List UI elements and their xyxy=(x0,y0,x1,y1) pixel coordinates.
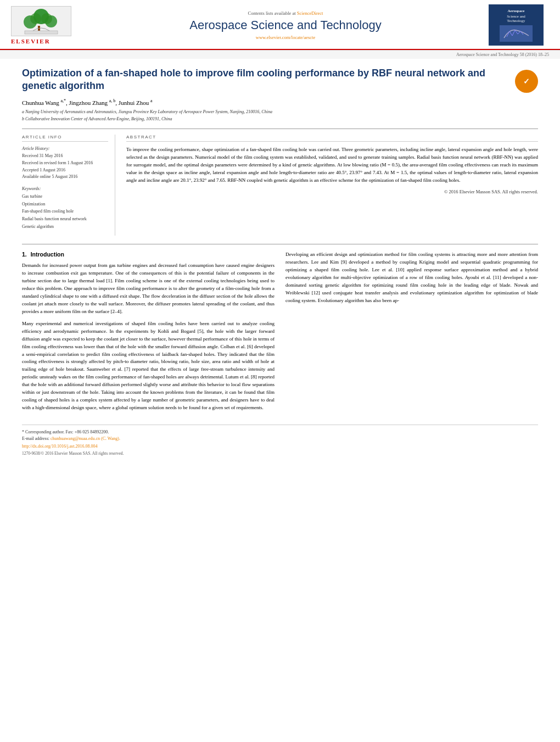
footer-section: * Corresponding author. Fax: +86 025 848… xyxy=(22,425,538,456)
authors-line: Chunhua Wang a,*, Jingzhou Zhang a, b, J… xyxy=(22,98,538,106)
article-title: Optimization of a fan-shaped hole to imp… xyxy=(22,67,515,93)
elsevier-logo-section: ELSEVIER xyxy=(11,6,82,44)
footnote-star-text: * Corresponding author. Fax: +86 025 848… xyxy=(22,429,109,434)
sciencedirect-link[interactable]: ScienceDirect xyxy=(297,10,323,16)
journal-header-center: Contents lists available at ScienceDirec… xyxy=(82,10,489,40)
keywords-label: Keywords: xyxy=(22,186,108,191)
abstract-label: ABSTRACT xyxy=(126,135,538,142)
body-divider xyxy=(22,244,538,244)
authors-text: Chunhua Wang a,*, Jingzhou Zhang a, b, J… xyxy=(22,99,152,106)
article-title-section: Optimization of a fan-shaped hole to imp… xyxy=(22,67,538,93)
journal-title: Aerospace Science and Technology xyxy=(93,18,478,32)
article-info-label: ARTICLE INFO xyxy=(22,135,108,142)
available-online-date: Available online 5 August 2016 xyxy=(22,174,108,181)
abstract-col: ABSTRACT To improve the cooling performa… xyxy=(126,135,538,236)
abstract-text: To improve the cooling performance, shap… xyxy=(126,146,538,185)
info-abstract-section: ARTICLE INFO Article History: Received 3… xyxy=(22,129,538,236)
footnote-email: E-mail address: chunhuawang@nuaa.edu.cn … xyxy=(22,436,538,441)
journal-cover-thumb: Aerospace Science and Technology xyxy=(489,4,544,46)
article-info-col: ARTICLE INFO Article History: Received 3… xyxy=(22,135,115,236)
footnote-star: * Corresponding author. Fax: +86 025 848… xyxy=(22,429,538,434)
doi-link[interactable]: http://dx.doi.org/10.1016/j.ast.2016.08.… xyxy=(22,444,538,449)
accepted-date: Accepted 1 August 2016 xyxy=(22,167,108,174)
received-date: Received 31 May 2016 xyxy=(22,153,108,160)
intro-para2: Many experimental and numerical investig… xyxy=(22,320,275,412)
history-label: Article History: xyxy=(22,146,108,151)
intro-heading-num: 1. xyxy=(22,251,27,258)
received-revised-date: Received in revised form 1 August 2016 xyxy=(22,160,108,167)
keyword-4: Radial basis function neural network xyxy=(22,215,108,223)
affiliation-b: b Collaborative Innovation Center of Adv… xyxy=(22,116,538,122)
intro-heading-text: Introduction xyxy=(31,251,64,258)
keyword-2: Optimization xyxy=(22,200,108,208)
article-history-block: Article History: Received 31 May 2016 Re… xyxy=(22,146,108,181)
citation-text: Aerospace Science and Technology 58 (201… xyxy=(456,52,549,57)
crossmark-badge[interactable]: ✓ xyxy=(515,70,538,93)
keyword-1: Gas turbine xyxy=(22,193,108,200)
affiliation-a: a Nanjing University of Aeronautics and … xyxy=(22,109,538,115)
journal-header: ELSEVIER Contents lists available at Sci… xyxy=(0,0,560,50)
svg-point-5 xyxy=(41,13,52,24)
citation-bar: Aerospace Science and Technology 58 (201… xyxy=(0,50,560,59)
affiliations: a Nanjing University of Aeronautics and … xyxy=(22,109,538,122)
elsevier-logo: ELSEVIER xyxy=(11,6,82,44)
elsevier-tree-image xyxy=(11,6,71,36)
svg-rect-6 xyxy=(25,31,58,34)
intro-para3: Developing an efficient design and optim… xyxy=(285,251,538,305)
footer-copyright: 1270-9638/© 2016 Elsevier Masson SAS. Al… xyxy=(22,451,538,456)
journal-url[interactable]: www.elsevier.com/locate/aescte xyxy=(93,35,478,40)
body-columns: 1. Introduction Demands for increased po… xyxy=(22,251,538,416)
keywords-block: Keywords: Gas turbine Optimization Fan-s… xyxy=(22,186,108,230)
elsevier-wordmark: ELSEVIER xyxy=(11,38,51,44)
keyword-3: Fan-shaped film cooling hole xyxy=(22,208,108,215)
intro-heading: 1. Introduction xyxy=(22,251,275,258)
sciencedirect-info: Contents lists available at ScienceDirec… xyxy=(93,10,478,16)
email-address[interactable]: chunhuawang@nuaa.edu.cn (C. Wang). xyxy=(51,436,120,441)
keyword-5: Genetic algorithm xyxy=(22,223,108,231)
intro-para1: Demands for increased power output from … xyxy=(22,262,275,316)
svg-point-4 xyxy=(30,13,41,24)
body-col-right: Developing an efficient design and optim… xyxy=(285,251,538,416)
main-content: Optimization of a fan-shaped hole to imp… xyxy=(0,59,560,464)
abstract-copyright: © 2016 Elsevier Masson SAS. All rights r… xyxy=(126,189,538,194)
body-col-left: 1. Introduction Demands for increased po… xyxy=(22,251,275,416)
email-label: E-mail address: xyxy=(22,436,49,441)
journal-thumbnail: Aerospace Science and Technology xyxy=(489,4,549,46)
